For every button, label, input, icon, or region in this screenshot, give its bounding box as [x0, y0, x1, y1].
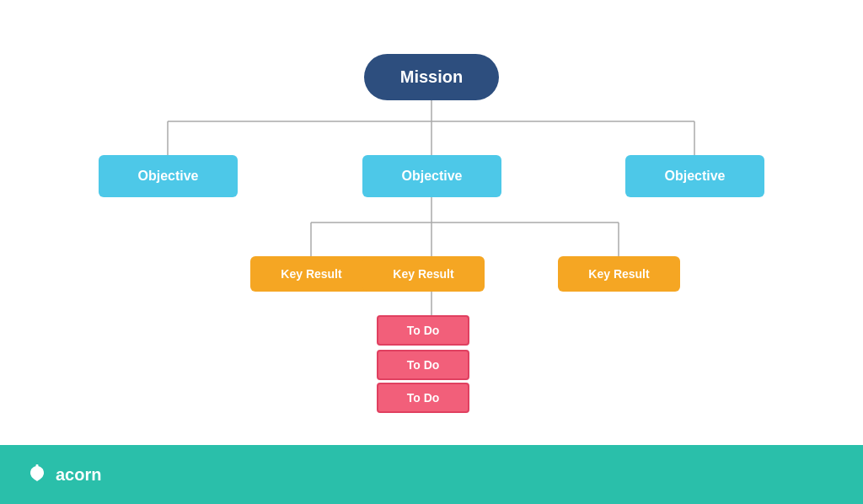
todo-node-3: To Do [377, 383, 469, 413]
todo-label-2: To Do [407, 358, 440, 372]
mission-node: Mission [364, 54, 499, 100]
objective-label-1: Objective [137, 169, 198, 184]
svg-rect-11 [36, 464, 39, 468]
brand-logo: acorn [25, 463, 101, 486]
footer-bar: acorn [0, 445, 863, 504]
key-result-label-1: Key Result [281, 267, 341, 281]
key-result-node-1: Key Result [250, 256, 373, 292]
todo-node-2: To Do [377, 350, 469, 380]
mission-label: Mission [400, 67, 463, 87]
tree-diagram: Mission Objective Objective Objective Ke… [52, 29, 811, 416]
todo-node-1: To Do [377, 315, 469, 346]
objective-node-2: Objective [362, 155, 501, 197]
key-result-node-3: Key Result [558, 256, 680, 292]
key-result-label-3: Key Result [588, 267, 649, 281]
diagram-area: Mission Objective Objective Objective Ke… [0, 0, 863, 445]
todo-label-1: To Do [407, 324, 440, 337]
acorn-logo-icon [25, 463, 49, 486]
objective-node-3: Objective [625, 155, 764, 197]
key-result-node-2: Key Result [362, 256, 485, 292]
objective-node-1: Objective [99, 155, 238, 197]
objective-label-2: Objective [401, 169, 462, 184]
brand-name: acorn [56, 465, 101, 485]
key-result-label-2: Key Result [393, 267, 453, 281]
todo-label-3: To Do [407, 391, 440, 405]
objective-label-3: Objective [664, 169, 725, 184]
